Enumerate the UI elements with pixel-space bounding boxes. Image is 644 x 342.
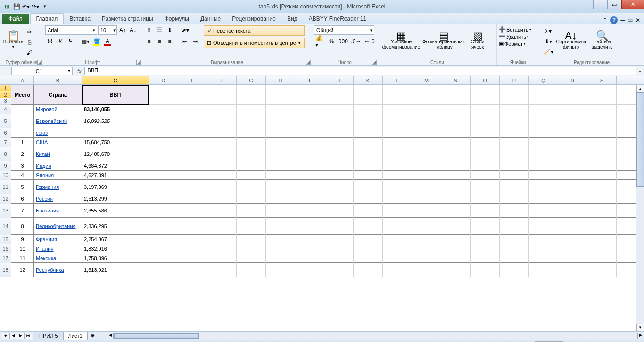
cell[interactable] (587, 161, 617, 171)
cell[interactable] (178, 235, 207, 244)
cell[interactable] (295, 194, 324, 204)
col-header-J[interactable]: J (324, 76, 354, 84)
minimize-ribbon-icon[interactable]: ⌃ (603, 17, 607, 24)
cell[interactable]: США (34, 138, 82, 147)
col-header-P[interactable]: P (500, 76, 529, 84)
paste-button[interactable]: 📋 Вставить ▼ (2, 25, 25, 57)
grid-body[interactable]: 123МестоСтранаВВП4—Мировой83,140,0555—Ев… (0, 85, 644, 331)
cell[interactable] (324, 253, 354, 263)
align-launcher[interactable]: ◢ (306, 60, 311, 65)
cell[interactable] (558, 263, 587, 277)
cell[interactable] (354, 147, 383, 161)
cell[interactable] (354, 180, 383, 194)
cell[interactable] (178, 180, 207, 194)
cell[interactable] (354, 138, 383, 147)
cell[interactable] (529, 235, 558, 244)
cell[interactable] (149, 194, 178, 204)
cell[interactable]: Франция (34, 235, 82, 244)
cell[interactable] (587, 85, 617, 105)
cell[interactable] (500, 105, 529, 114)
format-table-button[interactable]: ▤Форматировать как таблицу (422, 25, 465, 57)
col-header-B[interactable]: B (34, 76, 82, 84)
cell[interactable] (471, 204, 500, 218)
cell[interactable] (383, 171, 412, 180)
number-format-combo[interactable]: ▼ (314, 25, 374, 35)
cell[interactable] (500, 218, 529, 235)
cell[interactable] (354, 253, 383, 263)
cell[interactable]: 4,684,372 (82, 161, 149, 171)
align-bottom-icon[interactable]: ⬇ (165, 25, 174, 35)
cell[interactable] (295, 235, 324, 244)
tab-data[interactable]: Данные (195, 14, 226, 24)
cell[interactable] (500, 194, 529, 204)
cell[interactable] (500, 85, 529, 105)
tab-view[interactable]: Вид (281, 14, 303, 24)
cell[interactable] (500, 147, 529, 161)
cell[interactable] (149, 235, 178, 244)
underline-button[interactable]: Ч (66, 37, 75, 46)
cell[interactable]: Италия (34, 244, 82, 253)
cell[interactable] (149, 218, 178, 235)
cell[interactable] (207, 171, 237, 180)
cell[interactable] (587, 138, 617, 147)
cell[interactable] (558, 114, 587, 128)
cell[interactable]: союз (34, 128, 82, 138)
cell[interactable] (237, 180, 266, 194)
row-header[interactable]: 15 (0, 235, 11, 244)
cell[interactable] (529, 244, 558, 253)
cell[interactable] (295, 253, 324, 263)
sheet-first-icon[interactable]: ⏮ (2, 333, 9, 339)
cell[interactable] (529, 204, 558, 218)
col-header-K[interactable]: K (354, 76, 383, 84)
cell[interactable] (500, 138, 529, 147)
cell[interactable] (207, 235, 237, 244)
cell[interactable] (529, 128, 558, 138)
cell[interactable] (354, 161, 383, 171)
row-header[interactable]: 11 (0, 180, 11, 194)
cell[interactable] (295, 138, 324, 147)
cell[interactable] (587, 180, 617, 194)
cell[interactable] (178, 161, 207, 171)
cell[interactable] (383, 253, 412, 263)
conditional-format-button[interactable]: ▦Условное форматирование (380, 25, 422, 57)
cell[interactable] (500, 235, 529, 244)
cell[interactable] (383, 194, 412, 204)
cell[interactable] (529, 105, 558, 114)
number-launcher[interactable]: ◢ (372, 60, 377, 65)
cell[interactable] (237, 253, 266, 263)
cell[interactable] (266, 218, 295, 235)
cell[interactable]: 2 (11, 147, 34, 161)
cell[interactable] (207, 194, 237, 204)
row-header[interactable]: 13 (0, 204, 11, 218)
cell[interactable] (471, 171, 500, 180)
cell[interactable]: Великобритания (34, 218, 82, 235)
cell[interactable]: Германия (34, 180, 82, 194)
cell[interactable] (383, 128, 412, 138)
cell[interactable] (324, 161, 354, 171)
cell[interactable] (383, 263, 412, 277)
maximize-button[interactable]: ▭ (607, 0, 621, 9)
cell[interactable] (324, 180, 354, 194)
cell[interactable] (412, 171, 441, 180)
cell[interactable] (178, 171, 207, 180)
cell[interactable] (354, 128, 383, 138)
autosum-icon[interactable]: Σ▾ (541, 26, 555, 36)
cell[interactable] (149, 105, 178, 114)
sheet-tab-1[interactable]: Лист1 (63, 332, 88, 340)
decrease-font-icon[interactable]: A↓ (128, 25, 138, 35)
cell[interactable] (441, 253, 471, 263)
cell[interactable] (178, 85, 207, 105)
cell[interactable] (354, 244, 383, 253)
doc-minimize-icon[interactable]: ─ (620, 17, 625, 24)
delete-cells-button[interactable]: ➖Удалить▾ (499, 33, 537, 40)
italic-button[interactable]: К (56, 37, 65, 46)
cell[interactable] (558, 138, 587, 147)
cell[interactable] (266, 194, 295, 204)
cell[interactable] (324, 147, 354, 161)
cell[interactable] (441, 114, 471, 128)
cell[interactable]: Россия (34, 194, 82, 204)
copy-icon[interactable]: ⎘ (25, 38, 34, 47)
cell[interactable] (383, 180, 412, 194)
cell[interactable] (324, 263, 354, 277)
cell[interactable] (178, 244, 207, 253)
